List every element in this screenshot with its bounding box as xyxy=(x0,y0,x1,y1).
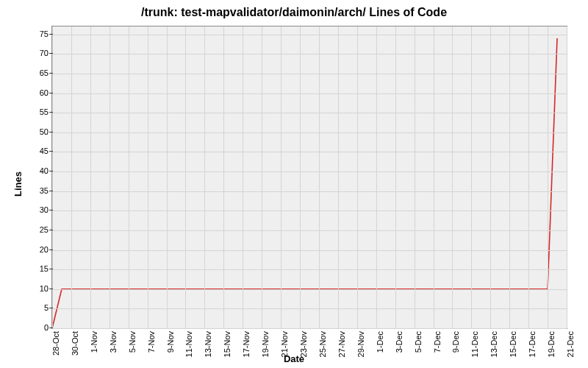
grid-h xyxy=(52,113,567,113)
grid-v xyxy=(319,26,320,328)
grid-h xyxy=(52,35,567,35)
plot-area xyxy=(51,26,567,329)
x-tick: 3-Nov xyxy=(109,331,118,361)
grid-v xyxy=(548,26,548,328)
grid-v xyxy=(262,26,262,328)
y-tick: 40 xyxy=(26,166,49,175)
x-tick: 7-Dec xyxy=(433,331,442,361)
x-tick: 30-Oct xyxy=(71,331,79,361)
grid-h xyxy=(52,250,567,251)
grid-v xyxy=(90,26,91,328)
grid-v xyxy=(243,26,243,328)
x-tick: 13-Nov xyxy=(204,331,212,361)
grid-h xyxy=(52,191,567,192)
grid-h xyxy=(52,93,567,94)
y-tick: 30 xyxy=(26,205,49,214)
grid-h xyxy=(52,54,567,54)
grid-v xyxy=(567,26,567,328)
grid-v xyxy=(110,26,110,328)
y-tick: 45 xyxy=(26,146,49,155)
x-tick: 27-Nov xyxy=(337,331,346,361)
grid-h xyxy=(52,210,567,211)
x-tick: 15-Dec xyxy=(509,331,517,361)
grid-h xyxy=(52,289,567,290)
y-tick: 75 xyxy=(26,29,49,38)
y-tick: 15 xyxy=(26,264,49,273)
grid-h xyxy=(52,328,567,329)
x-axis-label: Date xyxy=(0,353,588,364)
x-tick: 17-Dec xyxy=(528,331,537,361)
grid-h xyxy=(52,269,567,270)
y-tick: 65 xyxy=(26,68,49,77)
grid-v xyxy=(223,26,224,328)
chart-title: /trunk: test-mapvalidator/daimonin/arch/… xyxy=(0,6,588,19)
y-tick: 55 xyxy=(26,107,49,116)
x-tick: 28-Oct xyxy=(51,331,60,361)
grid-v xyxy=(395,26,396,328)
x-tick: 23-Nov xyxy=(299,331,308,361)
grid-h xyxy=(52,74,567,74)
x-tick: 3-Dec xyxy=(395,331,404,361)
grid-v xyxy=(452,26,453,328)
grid-h xyxy=(52,171,567,172)
x-tick: 25-Nov xyxy=(318,331,327,361)
x-tick: 19-Nov xyxy=(261,331,270,361)
grid-v xyxy=(338,26,339,328)
x-tick: 17-Nov xyxy=(242,331,251,361)
grid-v xyxy=(434,26,434,328)
grid-h xyxy=(52,132,567,133)
x-tick: 1-Dec xyxy=(376,331,384,361)
grid-v xyxy=(490,26,491,328)
grid-v xyxy=(528,26,529,328)
y-tick: 70 xyxy=(26,49,49,57)
grid-v xyxy=(509,26,510,328)
grid-h xyxy=(52,152,567,152)
x-tick: 13-Dec xyxy=(490,331,498,361)
grid-v xyxy=(204,26,205,328)
x-tick: 7-Nov xyxy=(147,331,156,361)
x-tick: 9-Dec xyxy=(451,331,460,361)
y-tick: 35 xyxy=(26,186,49,195)
line-series xyxy=(52,26,567,328)
grid-v xyxy=(167,26,168,328)
y-tick: 60 xyxy=(26,88,49,97)
grid-h xyxy=(52,308,567,309)
grid-v xyxy=(376,26,377,328)
grid-v xyxy=(415,26,415,328)
y-tick: 10 xyxy=(26,284,49,293)
grid-v xyxy=(300,26,301,328)
y-tick: 0 xyxy=(26,323,49,332)
grid-v xyxy=(281,26,282,328)
grid-v xyxy=(185,26,186,328)
x-tick: 19-Dec xyxy=(547,331,556,361)
y-tick: 25 xyxy=(26,225,49,234)
x-tick: 11-Dec xyxy=(470,331,479,361)
x-tick: 5-Nov xyxy=(128,331,137,361)
y-tick: 5 xyxy=(26,303,49,312)
x-tick: 11-Nov xyxy=(184,331,193,361)
x-tick: 21-Dec xyxy=(566,331,575,361)
grid-v xyxy=(148,26,148,328)
grid-v xyxy=(357,26,358,328)
grid-h xyxy=(52,230,567,231)
grid-v xyxy=(71,26,72,328)
chart-container: /trunk: test-mapvalidator/daimonin/arch/… xyxy=(0,0,588,368)
y-tick: 20 xyxy=(26,245,49,254)
y-tick: 50 xyxy=(26,127,49,136)
grid-v xyxy=(129,26,129,328)
x-tick: 15-Nov xyxy=(223,331,232,361)
x-tick: 9-Nov xyxy=(166,331,175,361)
grid-v xyxy=(471,26,472,328)
grid-v xyxy=(52,26,53,328)
x-tick: 1-Nov xyxy=(90,331,98,361)
x-tick: 5-Dec xyxy=(414,331,423,361)
x-tick: 21-Nov xyxy=(280,331,289,361)
y-axis-label: Lines xyxy=(12,171,24,197)
x-tick: 29-Nov xyxy=(356,331,365,361)
